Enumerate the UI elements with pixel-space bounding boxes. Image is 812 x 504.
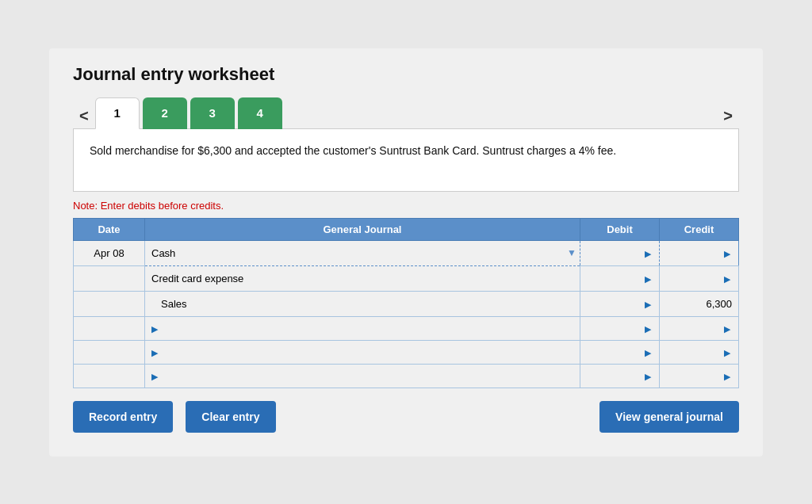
debit-cell[interactable]: ▶ [580, 265, 660, 291]
account-cell-empty[interactable]: ▶ [145, 364, 580, 388]
table-row: ▶ ▶ ▶ [74, 340, 739, 364]
account-label: Sales [161, 298, 187, 310]
table-row: ▶ ▶ ▶ [74, 364, 739, 388]
credit-cell[interactable]: ▶ [660, 364, 739, 388]
tab-3[interactable]: 3 [190, 97, 235, 129]
tab-4[interactable]: 4 [238, 97, 282, 129]
credit-arrow-icon: ▶ [724, 274, 730, 284]
account-cell-cash[interactable]: Cash ▼ [145, 240, 580, 265]
tab-2[interactable]: 2 [143, 97, 187, 129]
header-general: General Journal [145, 218, 580, 240]
debit-arrow-icon: ▶ [645, 274, 651, 284]
main-container: Journal entry worksheet < 1 2 3 4 > Sold… [49, 48, 763, 456]
record-entry-button[interactable]: Record entry [73, 401, 173, 433]
table-row: Sales ▶ 6,300 [74, 291, 739, 316]
debit-cell[interactable]: ▶ [580, 240, 660, 265]
credit-cell[interactable]: ▶ [660, 240, 739, 265]
table-row: ▶ ▶ ▶ [74, 316, 739, 340]
table-row: Apr 08 Cash ▼ ▶ ▶ [74, 240, 739, 265]
date-cell [74, 291, 145, 316]
debit-arrow-icon: ▶ [645, 324, 651, 334]
credit-value: 6,300 [706, 298, 732, 310]
account-cell-empty[interactable]: ▶ [145, 340, 580, 364]
credit-arrow-icon: ▶ [724, 324, 730, 334]
debit-cell[interactable]: ▶ [580, 291, 660, 316]
debit-cell[interactable]: ▶ [580, 316, 660, 340]
description-box: Sold merchandise for $6,300 and accepted… [73, 128, 739, 192]
debit-arrow-icon: ▶ [645, 249, 651, 258]
account-label: Cash [151, 247, 175, 259]
account-arrow-icon: ▶ [151, 324, 158, 334]
credit-arrow-icon: ▶ [724, 249, 730, 258]
left-arrow-button[interactable]: < [73, 104, 95, 128]
page-title: Journal entry worksheet [73, 64, 739, 85]
note-text: Note: Enter debits before credits. [73, 200, 739, 212]
debit-cell[interactable]: ▶ [580, 340, 660, 364]
tab-1[interactable]: 1 [95, 97, 140, 129]
account-cell-sales[interactable]: Sales [145, 291, 580, 316]
debit-arrow-icon: ▶ [645, 348, 651, 357]
view-general-journal-button[interactable]: View general journal [599, 401, 739, 433]
date-cell [74, 364, 145, 388]
account-arrow-icon: ▶ [151, 348, 158, 357]
buttons-row: Record entry Clear entry View general jo… [73, 401, 739, 433]
account-arrow-icon: ▶ [151, 372, 158, 381]
dropdown-icon[interactable]: ▼ [567, 247, 576, 258]
date-cell [74, 340, 145, 364]
table-row: Credit card expense ▶ ▶ [74, 265, 739, 291]
journal-table: Date General Journal Debit Credit Apr 08… [73, 218, 739, 388]
account-cell-empty[interactable]: ▶ [145, 316, 580, 340]
credit-cell[interactable]: ▶ [660, 265, 739, 291]
right-arrow-wrap: > [717, 104, 739, 128]
credit-cell-value[interactable]: 6,300 [660, 291, 739, 316]
date-cell [74, 316, 145, 340]
credit-arrow-icon: ▶ [724, 348, 730, 357]
account-label: Credit card expense [151, 273, 243, 284]
debit-arrow-icon: ▶ [645, 300, 651, 309]
credit-cell[interactable]: ▶ [660, 316, 739, 340]
right-arrow-button[interactable]: > [717, 104, 739, 128]
tabs-wrapper: 1 2 3 4 [95, 97, 285, 129]
header-debit: Debit [580, 218, 660, 240]
description-text: Sold merchandise for $6,300 and accepted… [90, 144, 616, 157]
header-date: Date [74, 218, 145, 240]
credit-cell[interactable]: ▶ [660, 340, 739, 364]
credit-arrow-icon: ▶ [724, 372, 730, 381]
clear-entry-button[interactable]: Clear entry [186, 401, 275, 433]
header-credit: Credit [660, 218, 739, 240]
debit-arrow-icon: ▶ [645, 372, 651, 381]
debit-cell[interactable]: ▶ [580, 364, 660, 388]
date-cell [74, 265, 145, 291]
account-cell-ccexpense[interactable]: Credit card expense [145, 265, 580, 291]
date-cell: Apr 08 [74, 240, 145, 265]
